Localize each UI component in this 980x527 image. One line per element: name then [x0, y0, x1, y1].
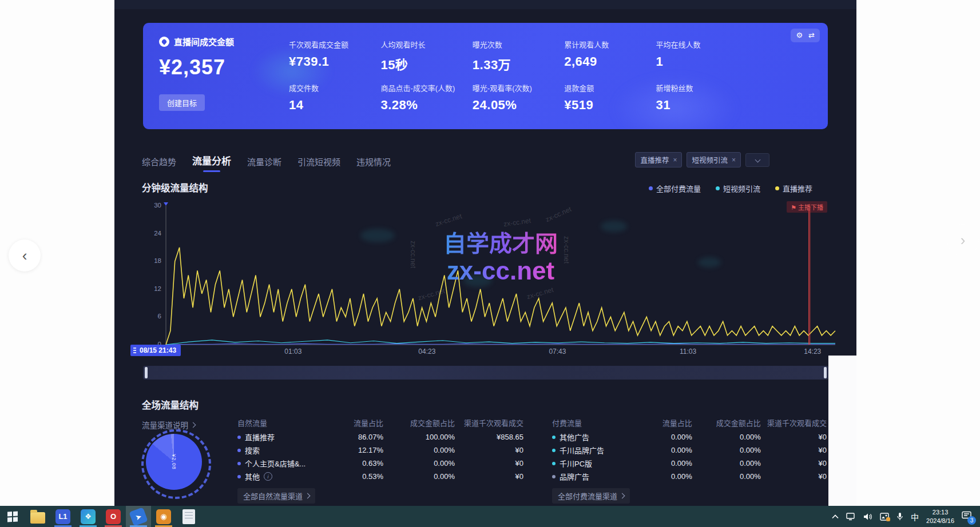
gear-icon[interactable]: ⚙ [796, 31, 803, 39]
tag-dropdown-button[interactable] [745, 153, 769, 167]
metric-label: 商品点击-成交率(人数) [380, 82, 466, 93]
metric-label: 人均观看时长 [380, 39, 466, 50]
ime-indicator[interactable]: 中 [911, 511, 919, 522]
app-l1-icon-glyph: L1 [55, 509, 70, 524]
channel-dot [552, 462, 556, 465]
metric-label: 千次观看成交金额 [289, 39, 375, 50]
tab-流量分析[interactable]: 流量分析 [192, 153, 231, 172]
banner-metric: 累计观看人数2,649 [564, 34, 650, 78]
app-pinwheel-icon[interactable]: ❖ [76, 506, 101, 527]
carousel-next-button[interactable]: › [947, 224, 979, 256]
cell-value: 0.00% [634, 446, 692, 454]
table-row: 直播推荐86.07%100.00%¥858.65 [237, 430, 526, 444]
chart-range-slider[interactable] [143, 366, 828, 380]
stream-end-badge: ⚑ 主播下播 [787, 201, 827, 213]
metric-value: ¥739.1 [289, 54, 375, 69]
tab-违规情况[interactable]: 违规情况 [356, 155, 391, 172]
channel-name: 其他 [245, 471, 260, 482]
volume-icon[interactable] [863, 513, 872, 521]
metric-label: 累计观看人数 [564, 39, 650, 50]
screenshot-tool-icon[interactable] [880, 513, 889, 521]
app-orange-icon[interactable]: ◉ [151, 506, 176, 527]
filter-tags: 直播推荐×短视频引流× [635, 152, 769, 167]
column-header: 渠道千次观看成交 [761, 417, 827, 428]
table-footer-link[interactable]: 全部付费流量渠道 [552, 488, 630, 504]
channel-dot [237, 462, 241, 465]
chart-plot-area[interactable]: zx-cc.netzx-cc.netzx-cc.netzx-cc.netzx-c… [166, 206, 835, 345]
cell-value: ¥0 [761, 446, 827, 454]
channel-dot [552, 449, 556, 452]
tray-clock[interactable]: 23:132024/8/16 [926, 508, 954, 525]
legend-label: 直播推荐 [783, 183, 812, 194]
legend-label: 全部付费流量 [656, 183, 701, 194]
start-button[interactable] [0, 506, 25, 527]
carousel-prev-button[interactable]: ‹ [9, 239, 41, 272]
x-axis-tick: 14:23 [804, 348, 821, 356]
cell-value: ¥0 [761, 459, 827, 468]
app-pinwheel-icon-glyph: ❖ [81, 509, 96, 524]
legend-dot [649, 186, 653, 190]
metric-label: 新增粉丝数 [656, 82, 742, 93]
remove-tag-icon[interactable]: × [732, 156, 736, 164]
swap-icon[interactable]: ⇄ [808, 31, 815, 39]
column-header: 流量占比 [323, 417, 383, 428]
tab-引流短视频[interactable]: 引流短视频 [297, 155, 340, 172]
info-icon[interactable]: i [264, 472, 272, 481]
y-axis-tick: 12 [142, 285, 161, 292]
filter-tag[interactable]: 短视频引流× [687, 152, 741, 167]
banner-metric: 曝光-观看率(次数)24.05% [473, 78, 558, 121]
cell-value: 86.07% [323, 433, 383, 441]
table-header-row: 付费流量流量占比成交金额占比渠道千次观看成交 [552, 415, 827, 430]
remove-tag-icon[interactable]: × [673, 156, 677, 164]
legend-item[interactable]: 直播推荐 [775, 183, 812, 194]
metric-label: 曝光-观看率(次数) [473, 82, 558, 93]
table-row: 千川品牌广告0.00%0.00%¥0 [552, 444, 827, 457]
window-titlebar [114, 0, 856, 9]
table-footer-link[interactable]: 全部自然流量渠道 [237, 488, 315, 504]
microphone-icon[interactable] [896, 512, 903, 521]
chevron-right-icon [620, 493, 625, 499]
banner-tools: ⚙⇄ [791, 29, 820, 42]
series-直播推荐 [166, 247, 835, 345]
banner-metric: 平均在线人数1 [656, 34, 742, 78]
cell-value: 0.00% [634, 459, 692, 468]
filter-tag-label: 短视频引流 [692, 154, 728, 165]
metric-value: 1.33万 [473, 54, 558, 73]
channel-dot [237, 436, 241, 439]
legend-item[interactable]: 短视频引流 [716, 183, 760, 194]
notification-badge: 3 [967, 516, 976, 525]
x-axis-tick: 11:03 [680, 348, 696, 356]
create-goal-button[interactable]: 创建目标 [159, 94, 205, 111]
tab-综合趋势[interactable]: 综合趋势 [142, 155, 176, 172]
slider-handle-left[interactable] [145, 367, 148, 378]
channel-explain-link[interactable]: 流量渠道说明 [142, 419, 195, 430]
cell-value: 0.00% [692, 459, 761, 468]
notification-center-icon[interactable]: 3 [962, 511, 972, 522]
notepad-icon[interactable] [176, 506, 201, 527]
metric-value: 31 [656, 98, 742, 113]
minute-section-title: 分钟级流量结构 [142, 181, 208, 194]
metric-label: 平均在线人数 [656, 39, 742, 50]
slider-handle-right[interactable] [824, 367, 827, 378]
tray-expand-icon[interactable] [832, 514, 839, 519]
channel-dot [237, 475, 241, 478]
legend-dot [775, 186, 779, 190]
app-cursor-icon[interactable]: ➤ [126, 506, 151, 527]
chevron-down-icon [755, 157, 760, 163]
app-red-ring-icon[interactable]: O [101, 506, 126, 527]
filter-tag[interactable]: 直播推荐× [635, 152, 682, 167]
metric-value: 14 [289, 98, 375, 113]
legend-item[interactable]: 全部付费流量 [649, 183, 701, 194]
channel-name: 个人主页&店铺&... [245, 458, 305, 469]
y-axis-tick: 30 [142, 202, 161, 209]
cell-value: 100.00% [383, 433, 455, 441]
x-axis-start-badge[interactable]: 08/15 21:43 [130, 345, 181, 356]
file-explorer-icon[interactable] [25, 506, 50, 527]
windows-taskbar: L1❖O➤◉ 中 23:132024/8/16 3 [0, 506, 980, 527]
legend-label: 短视频引流 [723, 183, 760, 194]
channel-name: 品牌广告 [560, 471, 589, 482]
network-icon[interactable] [846, 513, 856, 521]
paid-traffic-table: 付费流量流量占比成交金额占比渠道千次观看成交其他广告0.00%0.00%¥0千川… [552, 415, 827, 504]
app-l1-icon[interactable]: L1 [50, 506, 76, 527]
tab-流量诊断[interactable]: 流量诊断 [247, 155, 281, 172]
